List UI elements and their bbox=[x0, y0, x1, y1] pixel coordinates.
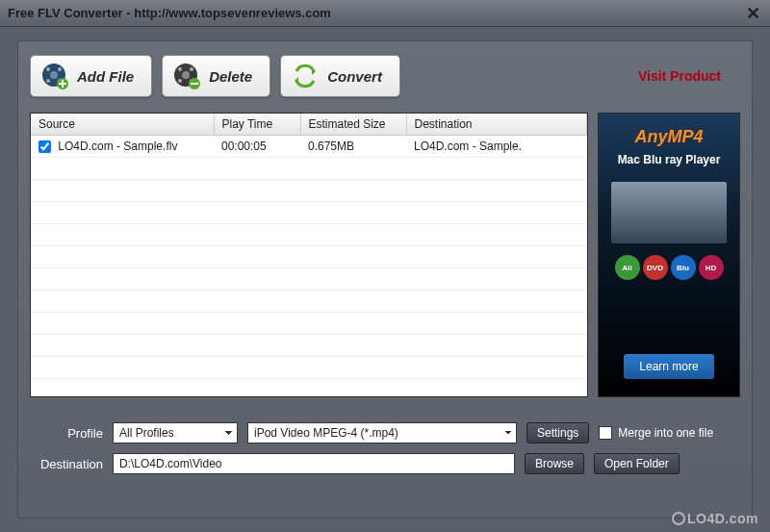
table-row: . bbox=[31, 268, 587, 291]
open-folder-button[interactable]: Open Folder bbox=[594, 453, 680, 474]
cell-source: LO4D.com - Sample.flv bbox=[58, 139, 177, 153]
merge-checkbox[interactable] bbox=[599, 426, 612, 440]
svg-point-3 bbox=[58, 67, 62, 71]
merge-label-text: Merge into one file bbox=[618, 426, 713, 440]
globe-icon bbox=[672, 512, 685, 525]
cell-estsize: 0.675MB bbox=[300, 136, 406, 158]
destination-label: Destination bbox=[30, 457, 103, 471]
ad-title: AnyMP4 bbox=[634, 127, 703, 147]
table-row: . bbox=[31, 335, 587, 357]
add-file-button[interactable]: Add File bbox=[30, 55, 152, 97]
profile-format-select[interactable]: iPod Video MPEG-4 (*.mp4) bbox=[247, 422, 517, 443]
svg-point-1 bbox=[50, 71, 58, 79]
row-checkbox[interactable] bbox=[38, 140, 51, 153]
table-row: . bbox=[31, 180, 587, 202]
add-file-icon bbox=[38, 60, 71, 92]
svg-point-8 bbox=[182, 71, 190, 79]
ad-subtitle: Mac Blu ray Player bbox=[618, 153, 721, 166]
delete-button[interactable]: Delete bbox=[162, 55, 270, 97]
bottom-controls: Profile All Profiles iPod Video MPEG-4 (… bbox=[30, 422, 740, 474]
table-row: . bbox=[31, 313, 587, 335]
table-row: . bbox=[31, 291, 587, 313]
col-estsize[interactable]: Estimated Size bbox=[300, 114, 406, 136]
close-icon[interactable]: ✕ bbox=[743, 4, 762, 23]
ad-badge: Blu bbox=[671, 255, 696, 280]
ad-badge: HD bbox=[699, 255, 724, 280]
toolbar: Add File Delete bbox=[30, 55, 740, 97]
col-playtime[interactable]: Play Time bbox=[214, 114, 300, 136]
merge-checkbox-label[interactable]: Merge into one file bbox=[599, 426, 713, 440]
svg-point-4 bbox=[46, 79, 50, 83]
svg-point-11 bbox=[178, 79, 182, 83]
destination-input[interactable] bbox=[113, 453, 515, 474]
watermark: LO4D.com bbox=[672, 511, 758, 526]
svg-point-2 bbox=[46, 67, 50, 71]
table-row: . bbox=[31, 357, 587, 379]
file-table: Source Play Time Estimated Size Destinat… bbox=[30, 113, 588, 397]
window-title: Free FLV Converter - http://www.topseven… bbox=[8, 6, 743, 20]
ad-panel[interactable]: AnyMP4 Mac Blu ray Player All DVD Blu HD… bbox=[598, 113, 740, 397]
add-file-label: Add File bbox=[77, 68, 134, 85]
title-bar: Free FLV Converter - http://www.topseven… bbox=[0, 0, 770, 27]
profile-label: Profile bbox=[30, 426, 103, 441]
svg-point-10 bbox=[190, 67, 193, 71]
table-row: . bbox=[31, 246, 587, 268]
ad-badges: All DVD Blu HD bbox=[615, 255, 724, 280]
main-area: Add File Delete bbox=[0, 27, 770, 532]
visit-product-link[interactable]: Visit Product bbox=[638, 68, 721, 84]
settings-button[interactable]: Settings bbox=[526, 422, 589, 443]
ad-badge: All bbox=[615, 255, 640, 280]
content-row: Source Play Time Estimated Size Destinat… bbox=[30, 113, 740, 397]
delete-label: Delete bbox=[209, 68, 252, 85]
profile-category-select[interactable]: All Profiles bbox=[113, 422, 238, 443]
browse-button[interactable]: Browse bbox=[525, 453, 584, 474]
table-row: . bbox=[31, 158, 587, 180]
ad-image bbox=[611, 182, 727, 243]
delete-icon bbox=[170, 60, 203, 92]
convert-button[interactable]: Convert bbox=[280, 55, 400, 97]
svg-point-9 bbox=[178, 67, 182, 71]
table-row[interactable]: LO4D.com - Sample.flv 00:00:05 0.675MB L… bbox=[31, 136, 587, 158]
cell-destination: LO4D.com - Sample. bbox=[406, 136, 587, 158]
table-row: . bbox=[31, 224, 587, 246]
convert-icon bbox=[289, 60, 321, 92]
ad-badge: DVD bbox=[643, 255, 668, 280]
inner-panel: Add File Delete bbox=[17, 40, 753, 519]
cell-playtime: 00:00:05 bbox=[214, 136, 300, 158]
col-destination[interactable]: Destination bbox=[406, 114, 587, 136]
col-source[interactable]: Source bbox=[31, 114, 214, 136]
table-row: . bbox=[31, 202, 587, 224]
convert-label: Convert bbox=[327, 68, 382, 85]
ad-learn-more-button[interactable]: Learn more bbox=[624, 354, 713, 379]
